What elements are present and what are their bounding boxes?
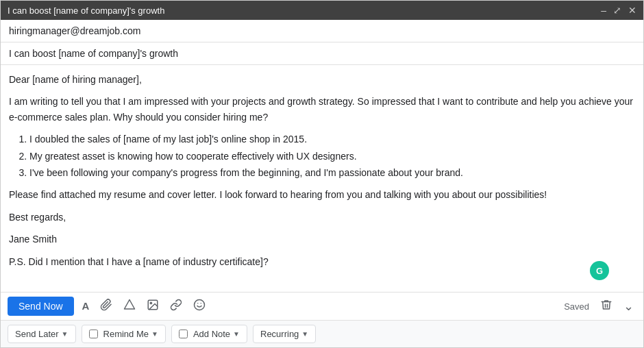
more-options-icon[interactable]: ⌄ (621, 297, 636, 315)
sender-name: Jane Smith (9, 232, 635, 247)
attach-file-icon[interactable] (97, 297, 115, 315)
to-field[interactable]: hiringmanager@dreamjob.com (1, 20, 643, 42)
photo-icon[interactable] (144, 297, 162, 315)
add-note-button[interactable]: Add Note ▼ (171, 325, 247, 343)
send-later-button[interactable]: Send Later ▼ (8, 325, 76, 343)
drive-icon[interactable] (121, 297, 138, 315)
closing-paragraph: Please find attached my resume and cover… (9, 187, 635, 202)
svg-marker-0 (125, 300, 135, 310)
svg-point-3 (195, 300, 205, 310)
subject-value: I can boost [name of company]'s growth (9, 48, 178, 59)
bottom-toolbar: Send Later ▼ Remind Me ▼ Add Note ▼ Recu… (1, 320, 643, 347)
saved-status: Saved (564, 301, 589, 312)
format-text-icon[interactable]: A (79, 299, 92, 314)
remind-me-button[interactable]: Remind Me ▼ (82, 325, 166, 343)
regards-line: Best regards, (9, 210, 635, 225)
subject-field[interactable]: I can boost [name of company]'s growth (1, 42, 643, 65)
list-item: My greatest asset is knowing how to coop… (29, 149, 635, 164)
greeting: Dear [name of hiring manager], (9, 72, 635, 87)
send-now-button[interactable]: Send Now (8, 297, 74, 316)
svg-point-2 (151, 302, 152, 303)
email-body[interactable]: Dear [name of hiring manager], I am writ… (1, 65, 643, 292)
window-controls: – ⤢ ✕ (601, 5, 636, 15)
list-item: I doubled the sales of [name of my last … (29, 132, 635, 147)
title-bar: I can boost [name of company]'s growth –… (1, 1, 643, 20)
to-value: hiringmanager@dreamjob.com (9, 25, 140, 36)
recurring-chevron: ▼ (301, 330, 308, 338)
delete-draft-icon[interactable] (597, 297, 615, 315)
window-title: I can boost [name of company]'s growth (8, 5, 164, 16)
intro-paragraph: I am writing to tell you that I am impre… (9, 94, 635, 125)
minimize-button[interactable]: – (601, 5, 606, 15)
remind-me-chevron: ▼ (151, 330, 158, 338)
remind-me-checkbox[interactable] (89, 330, 98, 338)
compose-window: I can boost [name of company]'s growth –… (0, 0, 644, 348)
send-later-chevron: ▼ (62, 330, 69, 338)
grammarly-button[interactable]: G (590, 261, 609, 280)
add-note-chevron: ▼ (233, 330, 240, 338)
link-icon[interactable] (167, 297, 185, 315)
list-item: I've been following your company's progr… (29, 165, 635, 180)
restore-button[interactable]: ⤢ (613, 5, 621, 15)
add-note-checkbox[interactable] (179, 330, 188, 338)
compose-toolbar: Send Now A Saved ⌄ G (1, 292, 643, 320)
ps-line: P.S. Did I mention that I have a [name o… (9, 254, 635, 269)
close-button[interactable]: ✕ (628, 5, 636, 15)
bullet-list: I doubled the sales of [name of my last … (29, 132, 635, 180)
emoji-icon[interactable] (190, 297, 208, 315)
recurring-button[interactable]: Recurring ▼ (253, 325, 316, 343)
